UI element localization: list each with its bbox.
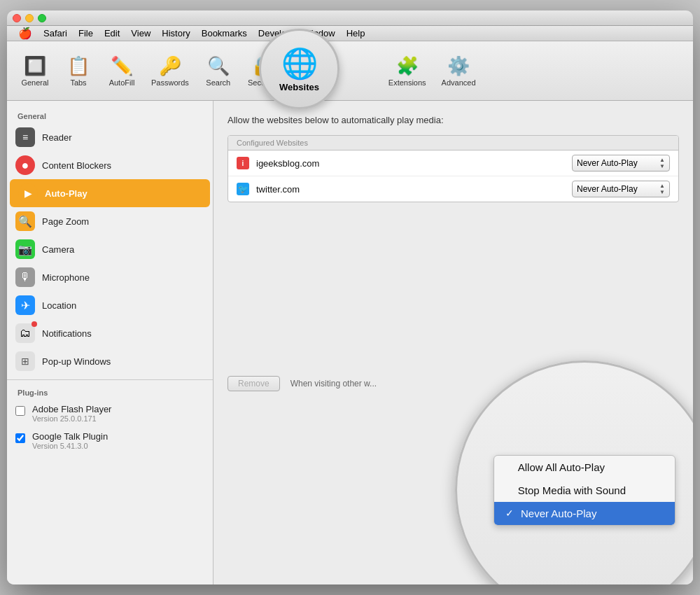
sidebar-item-notifications[interactable]: 🗂 Notifications <box>7 319 213 347</box>
main-content: General ≡ Reader ● Content Blockers ▶ Au… <box>7 101 693 584</box>
remove-button[interactable]: Remove <box>227 376 280 391</box>
sidebar-item-microphone[interactable]: 🎙 Microphone <box>7 263 213 291</box>
close-button[interactable] <box>13 14 21 22</box>
menu-history[interactable]: History <box>156 27 195 40</box>
sidebar-item-location[interactable]: ✈ Location <box>7 291 213 319</box>
sidebar-item-camera[interactable]: 📷 Camera <box>7 235 213 263</box>
camera-icon: 📷 <box>15 239 35 259</box>
menu-help[interactable]: Help <box>341 27 371 40</box>
dropdown-arrows-icon: ▲▼ <box>659 157 665 169</box>
toolbar-autofill[interactable]: ✏️ AutoFill <box>101 50 143 91</box>
websites-table: Configured Websites i igeeksblog.com Nev… <box>227 135 679 202</box>
toolbar-search-label: Search <box>206 78 230 87</box>
menu-view[interactable]: View <box>125 27 156 40</box>
toolbar-general-label: General <box>21 78 48 87</box>
apple-menu[interactable]: 🍎 <box>13 25 38 41</box>
dropdown-never-autoplay[interactable]: ✓ Never Auto-Play <box>494 502 675 525</box>
toolbar: 🔲 General 📋 Tabs ✏️ AutoFill 🔑 Passwords… <box>7 41 693 101</box>
igeeksblog-dropdown[interactable]: Never Auto-Play ▲▼ <box>572 155 670 172</box>
passwords-icon: 🔑 <box>159 55 181 77</box>
titlebar <box>7 10 693 26</box>
maximize-button[interactable] <box>38 14 46 22</box>
sidebar-camera-label: Camera <box>42 244 74 255</box>
google-talk-checkbox[interactable] <box>15 433 25 443</box>
never-autoplay-label: Never Auto-Play <box>521 507 596 519</box>
adobe-flash-checkbox[interactable] <box>15 406 25 416</box>
menu-bookmarks[interactable]: Bookmarks <box>196 27 253 40</box>
autofill-icon: ✏️ <box>111 55 133 77</box>
twitter-name: twitter.com <box>256 184 565 195</box>
sidebar-reader-label: Reader <box>42 132 72 143</box>
toolbar-extensions-label: Extensions <box>388 78 426 87</box>
content-blockers-icon: ● <box>15 155 35 175</box>
toolbar-tabs-label: Tabs <box>70 78 86 87</box>
menu-file[interactable]: File <box>73 27 99 40</box>
adobe-flash-name: Adobe Flash Player <box>32 404 111 414</box>
sidebar-item-auto-play[interactable]: ▶ Auto-Play <box>10 179 210 207</box>
sidebar-item-content-blockers[interactable]: ● Content Blockers <box>7 151 213 179</box>
plugins-section-header: Plug-ins <box>7 384 213 400</box>
dropdown-arrows-2-icon: ▲▼ <box>659 183 665 195</box>
toolbar-websites-highlighted[interactable]: 🌐 Websites <box>259 29 340 109</box>
checkmark-stop-media <box>505 484 511 496</box>
menu-safari[interactable]: Safari <box>38 27 73 40</box>
extensions-icon: 🧩 <box>396 55 419 77</box>
search-icon: 🔍 <box>207 55 230 77</box>
toolbar-advanced[interactable]: ⚙️ Advanced <box>435 50 483 91</box>
general-section-header: General <box>7 108 213 123</box>
adobe-flash-version: Version 25.0.0.171 <box>32 414 111 423</box>
sidebar-content-blockers-label: Content Blockers <box>42 160 111 171</box>
google-talk-info: Google Talk Plugin Version 5.41.3.0 <box>32 431 108 450</box>
panel-description: Allow the websites below to automaticall… <box>227 115 679 125</box>
sidebar-auto-play-label: Auto-Play <box>45 188 88 199</box>
toolbar-passwords-label: Passwords <box>151 78 189 87</box>
igeeksblog-name: igeeksblog.com <box>256 158 565 169</box>
sidebar-page-zoom-label: Page Zoom <box>42 216 89 227</box>
allow-all-label: Allow All Auto-Play <box>518 461 605 473</box>
sidebar-item-page-zoom[interactable]: 🔍 Page Zoom <box>7 207 213 235</box>
igeeksblog-icon: i <box>237 157 249 169</box>
toolbar-search[interactable]: 🔍 Search <box>197 50 239 91</box>
configured-websites-header: Configured Websites <box>228 136 678 150</box>
tabs-icon: 📋 <box>67 55 90 77</box>
sidebar-microphone-label: Microphone <box>42 272 90 283</box>
google-talk-version: Version 5.41.3.0 <box>32 442 108 450</box>
toolbar-passwords[interactable]: 🔑 Passwords <box>144 50 196 91</box>
dropdown-stop-media[interactable]: Stop Media with Sound <box>494 479 675 502</box>
toolbar-general[interactable]: 🔲 General <box>14 50 56 91</box>
sidebar-item-popup-windows[interactable]: ⊞ Pop-up Windows <box>7 347 213 375</box>
plugin-item-google-talk: Google Talk Plugin Version 5.41.3.0 <box>7 427 213 454</box>
sidebar-notifications-label: Notifications <box>42 328 92 339</box>
location-icon: ✈ <box>15 295 35 315</box>
table-row: i igeeksblog.com Never Auto-Play ▲▼ <box>228 150 678 176</box>
checkmark-allow-all <box>505 461 511 472</box>
menubar: 🍎 Safari File Edit View History Bookmark… <box>7 26 693 41</box>
general-icon: 🔲 <box>24 55 46 77</box>
menu-edit[interactable]: Edit <box>99 27 125 40</box>
adobe-flash-info: Adobe Flash Player Version 25.0.0.171 <box>32 404 111 423</box>
toolbar-tabs[interactable]: 📋 Tabs <box>57 50 99 91</box>
toolbar-extensions[interactable]: 🧩 Extensions <box>382 50 433 91</box>
igeeksblog-setting: Never Auto-Play <box>577 158 638 168</box>
safari-preferences-window: 🍎 Safari File Edit View History Bookmark… <box>7 10 693 584</box>
google-talk-name: Google Talk Plugin <box>32 431 108 442</box>
sidebar-location-label: Location <box>42 300 76 311</box>
right-panel: Allow the websites below to automaticall… <box>214 101 693 584</box>
minimize-button[interactable] <box>25 14 34 22</box>
twitter-dropdown[interactable]: Never Auto-Play ▲▼ <box>572 181 670 197</box>
reader-icon: ≡ <box>15 127 35 147</box>
advanced-icon: ⚙️ <box>447 55 470 77</box>
auto-play-icon: ▶ <box>18 183 38 203</box>
sidebar-popup-label: Pop-up Windows <box>42 356 111 367</box>
plugin-item-adobe-flash: Adobe Flash Player Version 25.0.0.171 <box>7 400 213 427</box>
sidebar-divider <box>7 379 213 380</box>
microphone-icon: 🎙 <box>15 267 35 287</box>
dropdown-allow-all[interactable]: Allow All Auto-Play <box>494 456 675 479</box>
twitter-setting: Never Auto-Play <box>577 184 638 194</box>
toolbar-autofill-label: AutoFill <box>109 78 135 87</box>
websites-label: Websites <box>279 82 319 92</box>
toolbar-advanced-label: Advanced <box>442 78 476 87</box>
sidebar-item-reader[interactable]: ≡ Reader <box>7 123 213 151</box>
websites-globe-icon: 🌐 <box>281 46 318 80</box>
stop-media-label: Stop Media with Sound <box>518 484 626 496</box>
